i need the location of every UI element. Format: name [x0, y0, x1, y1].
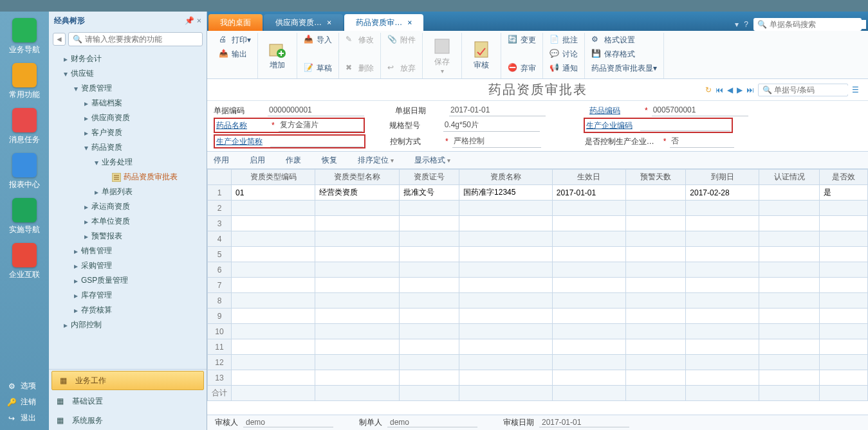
tree-search-input[interactable]	[85, 35, 198, 44]
grid-tb-btn[interactable]: 启用	[250, 155, 265, 166]
table-row[interactable]: 9	[208, 309, 868, 324]
nav-menu-icon[interactable]: ☰	[852, 85, 859, 94]
grid-tb-btn[interactable]: 停用	[214, 155, 229, 166]
barcode-search-input[interactable]	[770, 20, 866, 29]
export-button[interactable]: 📤输出	[216, 47, 254, 61]
table-row[interactable]: 12	[208, 355, 868, 370]
tree-back-button[interactable]: ◄	[53, 33, 66, 46]
close-icon[interactable]: ×	[327, 18, 331, 27]
rail-item-2[interactable]: 消息任务	[0, 105, 49, 150]
tree-node-18[interactable]: ▸内部控制	[49, 318, 207, 332]
rail-item-3[interactable]: 报表中心	[0, 150, 49, 195]
nav-last-icon[interactable]: ⏭	[746, 85, 754, 94]
tree-pin-icon[interactable]: 📌	[185, 16, 194, 25]
rail-exit-button[interactable]: ↪退出	[6, 410, 49, 426]
import-button[interactable]: 📥导入	[301, 33, 335, 47]
table-row[interactable]: 7	[208, 278, 868, 293]
control-mode-field[interactable]: 严格控制	[452, 135, 541, 148]
tree-node-15[interactable]: ▸GSP质量管理	[49, 273, 207, 288]
col-header[interactable]: 是否效	[819, 170, 867, 185]
tabs-dropdown-icon[interactable]: ▾	[735, 20, 739, 29]
save-format-button[interactable]: 💾保存格式	[589, 47, 660, 61]
rail-item-1[interactable]: 常用功能	[0, 60, 49, 105]
table-row[interactable]: 11	[208, 339, 868, 355]
nav-first-icon[interactable]: ⏮	[716, 85, 723, 94]
drug-code-field[interactable]: 0005700001	[652, 105, 748, 116]
tab[interactable]: 药品资质审…×	[344, 14, 423, 31]
tree-node-5[interactable]: ▸客户资质	[49, 125, 207, 140]
producer-name-field[interactable]	[270, 136, 363, 147]
tab[interactable]: 供应商资质…×	[264, 14, 343, 31]
producer-code-field[interactable]	[640, 120, 730, 131]
grid-tb-btn[interactable]: 作废	[286, 155, 301, 166]
tree-node-0[interactable]: ▸财务会计	[49, 51, 207, 66]
table-row[interactable]: 10	[208, 324, 868, 339]
tab[interactable]: 我的桌面	[208, 14, 263, 31]
control-producer-field[interactable]: 否	[670, 135, 734, 148]
detail-grid[interactable]: 资质类型编码资质类型名称资质证号资质名称生效日预警天数到期日认证情况是否效101…	[207, 169, 868, 415]
spec-field[interactable]: 0.4g*50片	[443, 119, 540, 132]
tree-footer-0[interactable]: ▦业务工作	[51, 371, 204, 390]
doc-date-field[interactable]: 2017-01-01	[449, 105, 546, 116]
tree-node-2[interactable]: ▾资质管理	[49, 81, 207, 96]
tree-node-4[interactable]: ▸供应商资质	[49, 111, 207, 125]
rail-key-button[interactable]: 🔑注销	[6, 394, 49, 410]
table-row[interactable]: 13	[208, 370, 868, 386]
discard-button[interactable]: ↩放弃	[385, 61, 418, 75]
tree-node-6[interactable]: ▾药品资质	[49, 140, 207, 155]
tree-node-13[interactable]: ▸销售管理	[49, 244, 207, 258]
grid-tb-dd[interactable]: 显示格式	[414, 155, 450, 166]
edit-button[interactable]: ✎修改	[343, 33, 376, 47]
notify-button[interactable]: 📢通知	[547, 61, 580, 75]
tree-node-16[interactable]: ▸库存管理	[49, 288, 207, 303]
col-header[interactable]: 认证情况	[759, 170, 820, 185]
format-button[interactable]: ⚙格式设置	[589, 33, 660, 47]
rail-item-5[interactable]: 企业互联	[0, 240, 49, 285]
tree-node-11[interactable]: ▸本单位资质	[49, 214, 207, 229]
rail-gear-button[interactable]: ⚙选项	[6, 378, 49, 394]
doc-code-field[interactable]: 0000000001	[268, 105, 364, 116]
col-header[interactable]: 资质类型编码	[232, 170, 315, 185]
col-header[interactable]: 资质证号	[399, 170, 459, 185]
discuss-button[interactable]: 💬讨论	[547, 47, 580, 61]
tree-node-9[interactable]: ▸单据列表	[49, 184, 207, 199]
tabs-help-icon[interactable]: ?	[744, 20, 748, 29]
tree-footer-1[interactable]: ▦基础设置	[49, 391, 207, 411]
col-header[interactable]: 到期日	[686, 170, 759, 185]
tree-footer-2[interactable]: ▦系统服务	[49, 411, 207, 430]
table-row[interactable]: 6	[208, 262, 868, 278]
nav-next-icon[interactable]: ▶	[737, 85, 743, 94]
col-header[interactable]: 资质类型名称	[315, 170, 399, 185]
col-header[interactable]: 生效日	[552, 170, 625, 185]
print-button[interactable]: 🖨打印 ▾	[216, 33, 254, 47]
save-button[interactable]: 保存▾	[427, 37, 457, 75]
draft-button[interactable]: 📝草稿	[301, 61, 335, 75]
refresh-icon[interactable]: ↻	[705, 85, 712, 94]
tree-node-3[interactable]: ▸基础档案	[49, 96, 207, 111]
tree-node-14[interactable]: ▸采购管理	[49, 258, 207, 273]
tree-node-7[interactable]: ▾业务处理	[49, 155, 207, 170]
audit-button[interactable]: 审核	[466, 37, 497, 75]
rail-item-4[interactable]: 实施导航	[0, 195, 49, 240]
tree-node-8[interactable]: 药品资质审批表	[49, 170, 207, 184]
abandon-button[interactable]: ⛔弃审	[505, 61, 539, 75]
col-header[interactable]: 预警天数	[625, 170, 686, 185]
table-row[interactable]: 101经营类资质批准文号国药准字123452017-01-012017-02-2…	[208, 185, 868, 201]
grid-tb-btn[interactable]: 恢复	[322, 155, 337, 166]
table-row[interactable]: 2	[208, 201, 868, 216]
tree-node-12[interactable]: ▸预警报表	[49, 229, 207, 244]
attach-button[interactable]: 📎附件	[385, 33, 418, 47]
table-row[interactable]: 5	[208, 247, 868, 262]
tree-node-17[interactable]: ▸存货核算	[49, 303, 207, 318]
rail-item-0[interactable]: 业务导航	[0, 15, 49, 60]
col-header[interactable]: 资质名称	[459, 170, 553, 185]
nav-prev-icon[interactable]: ◀	[727, 85, 733, 94]
display-format-button[interactable]: 药品资质审批表显 ▾	[589, 61, 660, 75]
annotation-button[interactable]: 📄批注	[547, 33, 580, 47]
close-icon[interactable]: ×	[407, 18, 412, 27]
table-row[interactable]: 8	[208, 293, 868, 309]
tree-close-icon[interactable]: ×	[197, 16, 201, 25]
tree-node-10[interactable]: ▸承运商资质	[49, 199, 207, 214]
tree-node-1[interactable]: ▾供应链	[49, 66, 207, 81]
delete-button[interactable]: ✖删除	[343, 61, 376, 75]
